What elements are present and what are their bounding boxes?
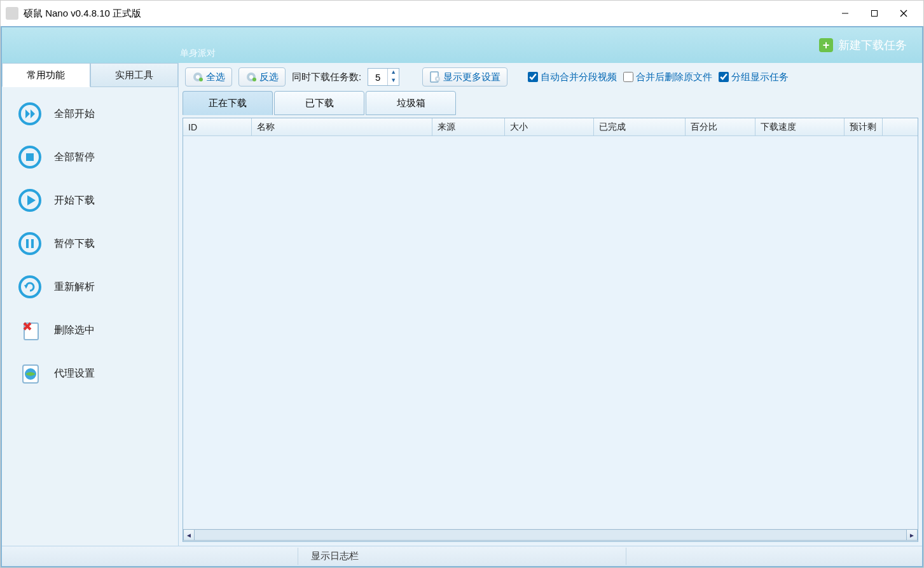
play-icon bbox=[17, 188, 43, 213]
refresh-icon bbox=[17, 274, 43, 300]
checkbox-icon[interactable] bbox=[528, 72, 538, 82]
column-header[interactable]: 已完成 bbox=[594, 118, 686, 135]
invert-select-button[interactable]: 反选 bbox=[238, 67, 286, 87]
scroll-track[interactable] bbox=[195, 529, 906, 541]
checkbox-icon[interactable] bbox=[719, 72, 729, 82]
horizontal-scrollbar[interactable]: ◄ ► bbox=[183, 529, 918, 541]
maximize-button[interactable] bbox=[860, 4, 889, 23]
chk-auto-merge[interactable]: 自动合并分段视频 bbox=[528, 71, 617, 83]
sidebar: 常用功能 实用工具 全部开始 全部暂停 开始下载 bbox=[2, 63, 179, 546]
table-header: ID名称来源大小已完成百分比下载速度预计剩 bbox=[183, 118, 918, 136]
table-body bbox=[183, 136, 918, 529]
content-tabs: 正在下载 已下载 垃圾箱 bbox=[179, 91, 922, 118]
statusbar: 显示日志栏 bbox=[2, 546, 922, 566]
sidebar-item-delete-selected[interactable]: 删除选中 bbox=[2, 308, 178, 352]
tab-downloaded[interactable]: 已下载 bbox=[274, 91, 364, 115]
log-label: 显示日志栏 bbox=[311, 550, 359, 561]
minimize-button[interactable] bbox=[831, 4, 860, 23]
sidebar-item-pause-download[interactable]: 暂停下载 bbox=[2, 222, 178, 265]
sidebar-item-label: 暂停下载 bbox=[54, 237, 95, 251]
concurrent-spinner[interactable]: ▲ ▼ bbox=[368, 68, 399, 86]
sidebar-tab-label: 实用工具 bbox=[115, 69, 153, 81]
gear-icon bbox=[192, 71, 203, 83]
svg-rect-1 bbox=[872, 11, 878, 17]
settings-page-icon bbox=[429, 71, 441, 83]
chk-label: 分组显示任务 bbox=[731, 71, 789, 83]
tab-trash[interactable]: 垃圾箱 bbox=[366, 91, 456, 115]
log-toggle[interactable]: 显示日志栏 bbox=[298, 548, 626, 565]
sidebar-tab-common[interactable]: 常用功能 bbox=[2, 63, 90, 87]
sidebar-item-reparse[interactable]: 重新解析 bbox=[2, 265, 178, 308]
chk-label: 自动合并分段视频 bbox=[541, 71, 617, 83]
column-header[interactable]: 名称 bbox=[252, 118, 432, 135]
svg-marker-10 bbox=[27, 195, 36, 205]
svg-point-25 bbox=[249, 75, 253, 79]
invert-select-label: 反选 bbox=[259, 71, 279, 83]
column-header[interactable]: 百分比 bbox=[686, 118, 755, 135]
tab-downloading[interactable]: 正在下载 bbox=[183, 91, 273, 115]
body: 常用功能 实用工具 全部开始 全部暂停 开始下载 bbox=[2, 63, 922, 546]
column-header[interactable]: 大小 bbox=[505, 118, 594, 135]
sidebar-item-proxy-settings[interactable]: 代理设置 bbox=[2, 352, 178, 395]
sidebar-item-label: 重新解析 bbox=[54, 281, 95, 294]
svg-marker-5 bbox=[25, 109, 30, 118]
sidebar-item-start-download[interactable]: 开始下载 bbox=[2, 179, 178, 222]
gear-icon bbox=[245, 71, 257, 83]
select-all-button[interactable]: 全选 bbox=[185, 67, 232, 87]
sidebar-item-label: 代理设置 bbox=[54, 367, 95, 380]
svg-rect-12 bbox=[26, 239, 29, 248]
svg-rect-13 bbox=[31, 239, 34, 248]
svg-point-11 bbox=[20, 233, 40, 254]
titlebar: 硕鼠 Nano v0.4.8.10 正式版 bbox=[1, 1, 923, 26]
chk-label: 合并后删除原文件 bbox=[636, 71, 712, 83]
more-settings-label: 显示更多设置 bbox=[443, 71, 500, 83]
task-table: ID名称来源大小已完成百分比下载速度预计剩 ◄ ► bbox=[183, 118, 918, 542]
pause-icon bbox=[17, 231, 43, 256]
window-title: 硕鼠 Nano v0.4.8.10 正式版 bbox=[24, 8, 141, 20]
sidebar-item-label: 开始下载 bbox=[54, 194, 95, 207]
sidebar-tab-tools[interactable]: 实用工具 bbox=[90, 63, 179, 87]
column-header[interactable]: 来源 bbox=[432, 118, 505, 135]
delete-icon bbox=[17, 317, 43, 343]
sidebar-item-label: 全部开始 bbox=[54, 107, 95, 121]
main: 全选 反选 同时下载任务数: ▲ ▼ bbox=[179, 63, 922, 546]
svg-marker-15 bbox=[24, 285, 28, 289]
tab-label: 垃圾箱 bbox=[397, 97, 425, 109]
content: 单身派对 + 新建下载任务 常用功能 实用工具 全部开始 bbox=[1, 26, 923, 567]
sidebar-tab-label: 常用功能 bbox=[27, 69, 65, 81]
more-settings-button[interactable]: 显示更多设置 bbox=[422, 67, 507, 87]
chk-delete-after-merge[interactable]: 合并后删除原文件 bbox=[623, 71, 712, 83]
scroll-right-icon[interactable]: ► bbox=[906, 529, 918, 541]
column-header[interactable]: 预计剩 bbox=[845, 118, 883, 135]
concurrent-label: 同时下载任务数: bbox=[292, 71, 361, 83]
new-task-button[interactable]: + 新建下载任务 bbox=[814, 35, 912, 55]
globe-icon bbox=[17, 361, 43, 386]
svg-point-26 bbox=[252, 78, 256, 81]
banner: 单身派对 + 新建下载任务 bbox=[2, 27, 922, 63]
svg-rect-8 bbox=[26, 153, 34, 161]
stop-icon bbox=[17, 144, 43, 170]
spinner-down-icon[interactable]: ▼ bbox=[387, 77, 399, 85]
concurrent-input[interactable] bbox=[368, 72, 387, 83]
column-header[interactable]: 下载速度 bbox=[755, 118, 845, 135]
svg-point-22 bbox=[196, 75, 200, 79]
sidebar-items: 全部开始 全部暂停 开始下载 暂停下载 bbox=[2, 87, 178, 546]
close-button[interactable] bbox=[889, 4, 918, 23]
tab-label: 已下载 bbox=[305, 97, 334, 109]
column-header[interactable]: ID bbox=[183, 118, 252, 135]
sidebar-item-pause-all[interactable]: 全部暂停 bbox=[2, 135, 178, 179]
svg-point-23 bbox=[199, 78, 203, 81]
sidebar-item-label: 删除选中 bbox=[54, 324, 95, 337]
new-task-label: 新建下载任务 bbox=[838, 38, 907, 53]
svg-marker-6 bbox=[31, 109, 35, 118]
spinner-up-icon[interactable]: ▲ bbox=[387, 69, 399, 77]
scroll-left-icon[interactable]: ◄ bbox=[183, 529, 195, 541]
chk-group-display[interactable]: 分组显示任务 bbox=[719, 71, 789, 83]
banner-subtitle: 单身派对 bbox=[180, 48, 216, 59]
sidebar-item-start-all[interactable]: 全部开始 bbox=[2, 92, 178, 135]
app-icon bbox=[6, 7, 18, 20]
checkbox-icon[interactable] bbox=[623, 72, 633, 82]
svg-point-29 bbox=[437, 78, 439, 80]
plus-icon: + bbox=[819, 38, 833, 52]
app-window: 硕鼠 Nano v0.4.8.10 正式版 单身派对 + 新建下载任务 常用功能 bbox=[0, 0, 924, 568]
